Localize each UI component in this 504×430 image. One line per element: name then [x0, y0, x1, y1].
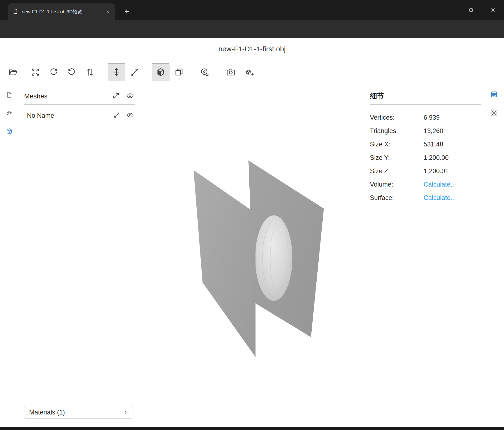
window-bottom-edge [0, 427, 504, 430]
details-panel-header: 细节 [370, 88, 481, 105]
tab-close-icon[interactable] [104, 8, 111, 15]
details-list-icon[interactable] [489, 89, 499, 100]
materials-button[interactable]: Materials (1) [24, 406, 133, 419]
meshes-header-title: Meshes [24, 93, 47, 100]
details-label: Vertices: [370, 114, 423, 121]
calculate-surface-link[interactable]: Calculate... [423, 194, 456, 202]
rotate-horizontal-button[interactable] [46, 65, 61, 80]
window-controls [438, 0, 504, 20]
document-panel-icon[interactable] [4, 90, 15, 100]
details-label: Size Z: [370, 168, 423, 175]
details-row-volume: Volume: Calculate... [370, 178, 481, 191]
expand-all-icon[interactable] [112, 92, 120, 101]
details-value: 1,200.00 [423, 154, 449, 161]
materials-divider [24, 401, 133, 401]
details-row-size-z: Size Z: 1,200.01 [370, 164, 481, 178]
browser-tab[interactable]: new-F1-D1-1-first.obj3D预览 [8, 3, 115, 20]
mesh-list-item[interactable]: No Name [24, 108, 135, 123]
settings-gear-icon[interactable] [489, 108, 499, 118]
browser-titlebar: new-F1-D1-1-first.obj3D预览 [0, 0, 504, 20]
page-content: new-F1-D1-1-first.obj [0, 38, 504, 427]
3d-model-canvas[interactable] [139, 86, 364, 419]
visibility-mesh-eye-icon[interactable] [126, 111, 134, 120]
details-label: Size Y: [370, 154, 423, 161]
details-label: Surface: [370, 194, 423, 202]
page-title: new-F1-D1-1-first.obj [0, 45, 504, 53]
calculate-volume-link[interactable]: Calculate... [423, 181, 456, 188]
flip-updown-button[interactable] [82, 65, 98, 80]
details-value: 6,939 [423, 114, 440, 121]
materials-panel-icon[interactable] [4, 108, 15, 119]
details-label: Volume: [370, 181, 423, 188]
open-file-button[interactable] [6, 65, 21, 80]
details-label: Size X: [370, 141, 423, 148]
meshes-panel-icon[interactable] [4, 126, 15, 137]
details-row-vertices: Vertices: 6,939 [370, 111, 481, 124]
details-panel: 细节 Vertices: 6,939 Triangles: 13,260 Siz… [370, 88, 481, 205]
export-model-button[interactable] [242, 65, 258, 80]
chevron-right-icon [123, 410, 128, 415]
screenshot-camera-button[interactable] [223, 65, 238, 80]
rotate-vertical-button[interactable] [64, 65, 79, 80]
page-favicon-icon [12, 8, 18, 15]
measure-tape-button[interactable] [197, 65, 212, 80]
details-value: 13,260 [423, 127, 443, 135]
materials-label: Materials (1) [29, 409, 65, 416]
details-row-size-x: Size X: 531.48 [370, 138, 481, 151]
meshes-panel: Meshes No Name [24, 88, 135, 123]
toolbar-group-divider [24, 65, 24, 79]
orthographic-view-button[interactable] [171, 65, 187, 80]
details-value: 531.48 [423, 141, 443, 148]
mesh-name: No Name [27, 112, 54, 120]
details-rows: Vertices: 6,939 Triangles: 13,260 Size X… [370, 111, 481, 205]
new-tab-button[interactable] [121, 6, 132, 17]
translate-mode-button[interactable] [108, 63, 125, 81]
model-cylinder [255, 215, 292, 301]
model-plane-left [194, 170, 255, 357]
tab-title: new-F1-D1-1-first.obj3D预览 [22, 9, 101, 15]
details-row-surface: Surface: Calculate... [370, 191, 481, 205]
measure-line-button[interactable] [127, 65, 143, 80]
maximize-button[interactable] [460, 0, 482, 20]
browser-window: new-F1-D1-1-first.obj3D预览 [0, 0, 504, 430]
details-row-triangles: Triangles: 13,260 [370, 124, 481, 138]
visibility-all-eye-icon[interactable] [126, 92, 134, 101]
details-label: Triangles: [370, 127, 423, 135]
details-value: 1,200.01 [423, 168, 449, 175]
focus-mesh-icon[interactable] [113, 112, 120, 120]
model-viewport[interactable] [139, 86, 364, 419]
minimize-button[interactable] [438, 0, 460, 20]
perspective-view-button[interactable] [152, 63, 170, 81]
fit-view-button[interactable] [28, 65, 43, 80]
close-window-button[interactable] [482, 0, 504, 20]
browser-navbar: https://file.kkview.cn/onlinePreview?url… [0, 20, 504, 38]
details-row-size-y: Size Y: 1,200.00 [370, 151, 481, 164]
meshes-panel-header: Meshes [24, 88, 135, 105]
details-header-title: 细节 [370, 91, 384, 101]
